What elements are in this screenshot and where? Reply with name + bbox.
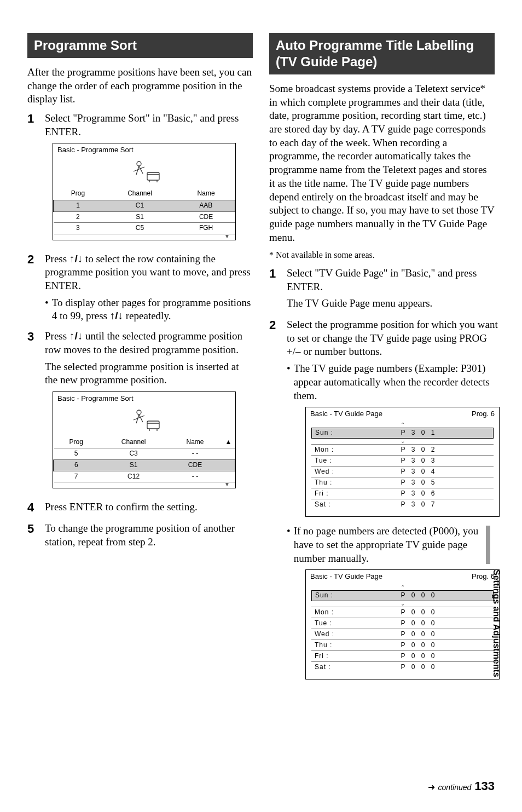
svg-rect-3 [147, 421, 159, 429]
step-number: 4 [27, 500, 45, 517]
footnote-text: * Not available in some areas. [269, 250, 495, 261]
tvguide-row: Thu :P 0 0 0 [311, 640, 494, 650]
continued-label: continued [438, 783, 472, 792]
tvguide-row: Mon :P 0 0 0 [311, 607, 494, 618]
menu-screenshot-programme-sort-1: Basic - Programme Sort Prog Channel [53, 143, 236, 240]
caret-down-icon: ⌄ [311, 439, 494, 444]
menu-title: Basic - Programme Sort [53, 392, 235, 404]
tvguide-row: Fri :P 0 0 0 [311, 650, 494, 661]
tvguide-row: Thu :P 3 0 5 [311, 477, 494, 488]
page-value: P 0 0 0 [344, 652, 494, 661]
tvguide-row: Wed :P 3 0 4 [311, 466, 494, 477]
step-text: Select the programme position for which … [287, 318, 500, 359]
step-4: 4 Press ENTER to confirm the setting. [27, 500, 253, 517]
step-1: 1 Select "Programme Sort" in "Basic," an… [27, 112, 253, 248]
page-value: P 0 0 0 [344, 663, 494, 672]
step-text: Press ↑/↓ to select the row containing t… [45, 252, 253, 293]
menu-screenshot-programme-sort-2: Basic - Programme Sort Prog Channel [53, 391, 236, 488]
day-label: Sat : [311, 500, 344, 509]
step-2: 2 Press ↑/↓ to select the row containing… [27, 252, 253, 325]
col-name: Name [177, 188, 235, 200]
continued-arrow-icon: ➜ [428, 782, 435, 792]
page-value: P 0 0 0 [344, 619, 494, 628]
menu-table: Prog Channel Name 1C1AAB2S1CDE3C5FGH [53, 188, 235, 234]
arrow-up-down-icon: ↑/↓ [69, 330, 83, 342]
col-name: Name [168, 436, 222, 448]
tvguide-row: Tue :P 0 0 0 [311, 618, 494, 629]
menu-screenshot-tv-guide-1: Basic - TV Guide Page Prog. 6 ⌃ Sun :P 3… [305, 407, 500, 517]
table-row: 1C1AAB [54, 200, 235, 211]
intro-text: Some broadcast systems provide a Teletex… [269, 82, 495, 244]
section-header-programme-sort: Programme Sort [27, 33, 253, 58]
tvguide-row: Wed :P 0 0 0 [311, 629, 494, 640]
scroll-up-icon: ▲ [222, 436, 235, 448]
step-number: 5 [27, 522, 45, 552]
col-prog: Prog [54, 436, 99, 448]
svg-point-2 [137, 410, 141, 414]
menu-title: Basic - TV Guide Page [310, 572, 382, 581]
step-2: 2 Select the programme position for whic… [269, 318, 495, 687]
tvguide-row: Sat :P 0 0 0 [311, 661, 494, 672]
page-value: P 0 0 0 [345, 591, 493, 600]
step-text: Select "TV Guide Page" in "Basic," and p… [287, 267, 495, 293]
col-prog: Prog [54, 188, 103, 200]
right-column: Auto Programme Title Labelling (TV Guide… [269, 33, 495, 692]
menu-title: Basic - Programme Sort [53, 143, 235, 155]
table-row: 5C3- - [54, 448, 235, 460]
bullet-text: To display other pages for programme pos… [45, 296, 253, 323]
table-row: 2S1CDE [54, 211, 235, 223]
step-number: 2 [27, 252, 45, 325]
col-channel: Channel [102, 188, 177, 200]
day-label: Fri : [311, 489, 344, 498]
tvguide-row: Fri :P 3 0 6 [311, 488, 494, 499]
page-value: P 3 0 2 [344, 446, 494, 454]
step-text: The TV Guide Page menu appears. [287, 297, 495, 310]
page-footer: ➜ continued 133 [428, 779, 495, 793]
page-value: P 3 0 3 [344, 457, 494, 465]
scroll-down-icon: ▼ [53, 482, 235, 488]
intro-text: After the programme positions have been … [27, 66, 253, 106]
arrow-up-down-icon: ↑/↓ [69, 253, 83, 264]
day-label: Tue : [311, 619, 344, 628]
menu-logo-icon [53, 404, 235, 436]
table-cell: S1 [99, 459, 169, 471]
section-tab-label: Settings and Adjustments [491, 569, 501, 677]
menu-logo-icon [53, 155, 235, 188]
step-3: 3 Press ↑/↓ until the selected programme… [27, 330, 253, 496]
caret-down-icon: ⌄ [311, 601, 494, 607]
bullet-text: If no page numbers are detected (P000), … [287, 525, 500, 565]
tvguide-row: Sat :P 3 0 7 [311, 499, 494, 510]
tvguide-row: Tue :P 3 0 3 [311, 455, 494, 466]
day-label: Wed : [311, 630, 344, 639]
table-row: 7C12- - [54, 471, 235, 482]
page-value: P 0 0 0 [344, 641, 494, 650]
table-cell: 3 [54, 223, 103, 234]
step-number: 3 [27, 330, 45, 496]
page-value: P 3 0 1 [345, 429, 493, 437]
arrow-up-down-icon: ↑/↓ [110, 310, 123, 321]
tvguide-row: Mon :P 3 0 2 [311, 444, 494, 455]
page-value: P 0 0 0 [344, 630, 494, 639]
tvguide-row: Sun :P 3 0 1 [311, 428, 494, 439]
day-label: Mon : [311, 608, 344, 617]
section-tab-bar [486, 526, 490, 564]
caret-up-icon: ⌃ [311, 585, 494, 590]
step-number: 1 [269, 267, 287, 314]
step-1: 1 Select "TV Guide Page" in "Basic," and… [269, 267, 495, 314]
table-cell: C12 [99, 471, 169, 482]
day-label: Thu : [311, 479, 344, 487]
page-value: P 0 0 0 [344, 608, 494, 617]
table-cell: 1 [54, 200, 103, 211]
steps-left: 1 Select "Programme Sort" in "Basic," an… [27, 112, 253, 552]
menu-screenshot-tv-guide-2: Basic - TV Guide Page Prog. 6 ⌃ Sun :P 0… [305, 569, 500, 679]
bullet-text: The TV guide page numbers (Example: P301… [287, 362, 500, 402]
step-text: To change the programme position of anot… [45, 522, 253, 549]
table-cell: C1 [102, 200, 177, 211]
page-value: P 3 0 7 [344, 500, 494, 509]
day-label: Tue : [311, 457, 344, 465]
table-cell: 5 [54, 448, 99, 460]
table-cell: C5 [102, 223, 177, 234]
svg-rect-1 [147, 172, 159, 180]
step-text: The selected programme position is inser… [45, 360, 253, 387]
day-label: Mon : [311, 446, 344, 454]
